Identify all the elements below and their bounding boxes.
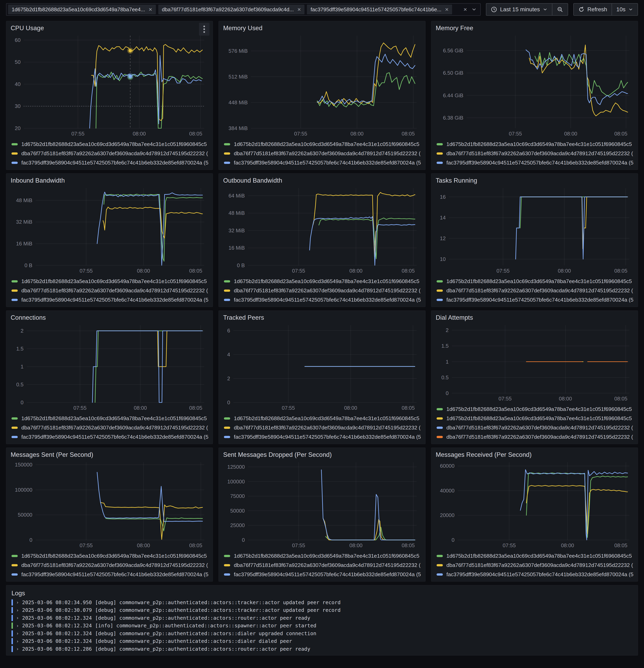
log-row[interactable]: ›2025-03-06 08:02:12.324[info] commonwar…	[12, 622, 632, 630]
panel-title[interactable]: Tracked Peers	[223, 314, 264, 321]
panel-title[interactable]: Messages Received (Per Second)	[436, 451, 531, 458]
legend-item[interactable]: 1d675b2d1fb82688d23a5ea10c69cd3d6549a78b…	[12, 414, 208, 423]
legend-item[interactable]: fac3795dff39e58904c94511e57425057bfe6c74…	[224, 295, 421, 304]
variable-multiselect[interactable]: 1d675b2d1fb82688d23a5ea10c69cd3d6549a78b…	[6, 3, 481, 16]
log-row[interactable]: ›2025-03-06 08:02:30.079[debug] commonwa…	[12, 606, 632, 614]
legend-item[interactable]: 1d675b2d1fb82688d23a5ea10c69cd3d6549a78b…	[12, 551, 208, 561]
chart-area[interactable]: 1012141607:5508:0008:05	[436, 185, 633, 275]
legend-item[interactable]: dba76f77d5181ef83f67a92262a6307def3609ac…	[12, 286, 208, 295]
legend-item[interactable]: 1d675b2d1fb82688d23a5ea10c69cd3d6549a78b…	[437, 414, 633, 423]
logs-panel-title[interactable]: Logs	[12, 588, 632, 598]
panel-title[interactable]: Connections	[11, 314, 46, 321]
chart-area[interactable]: 00.511.5207:5508:0008:05	[436, 322, 633, 403]
legend-item[interactable]: dba76f77d5181ef83f67a92262a6307def3609ac…	[437, 286, 633, 295]
legend-item[interactable]: dba76f77d5181ef83f67a92262a6307def3609ac…	[437, 561, 633, 570]
log-expand-icon[interactable]: ›	[16, 600, 19, 605]
legend-color-pill	[224, 436, 230, 438]
time-range-button[interactable]: Last 15 minutes	[486, 4, 552, 15]
legend-item[interactable]: dba76f77d5181ef83f67a92262a6307def3609ac…	[437, 149, 633, 158]
chart-area[interactable]: 0 B16 MiB32 MiB48 MiB07:5508:0008:05	[11, 185, 208, 275]
legend-item[interactable]: dba76f77d5181ef83f67a92262a6307def3609ac…	[437, 432, 633, 441]
remove-filter-icon[interactable]: ×	[297, 6, 301, 13]
remove-filter-icon[interactable]: ×	[445, 6, 449, 13]
chart-area[interactable]: 024607:5508:0008:05	[223, 322, 421, 412]
x-axis-tick: 08:05	[402, 405, 415, 411]
legend-item[interactable]: fac3795dff39e58904c94511e57425057bfe6c74…	[437, 570, 633, 579]
refresh-interval-dropdown[interactable]: 10s	[612, 4, 638, 15]
legend-item[interactable]: fac3795dff39e58904c94511e57425057bfe6c74…	[12, 158, 208, 167]
remove-filter-icon[interactable]: ×	[149, 6, 152, 13]
legend-item[interactable]: 1d675b2d1fb82688d23a5ea10c69cd3d6549a78b…	[224, 277, 421, 286]
legend-item[interactable]: 1d675b2d1fb82688d23a5ea10c69cd3d6549a78b…	[437, 405, 633, 414]
refresh-button[interactable]: Refresh	[574, 4, 612, 15]
log-row[interactable]: ›2025-03-06 08:02:12.324[debug] commonwa…	[12, 614, 632, 622]
filter-chip[interactable]: 1d675b2d1fb82688d23a5ea10c69cd3d6549a78b…	[8, 5, 156, 14]
legend-item[interactable]: dba76f77d5181ef83f67a92262a6307def3609ac…	[224, 286, 421, 295]
legend-item[interactable]: fac3795dff39e58904c94511e57425057bfe6c74…	[224, 432, 421, 441]
panel-title[interactable]: Memory Used	[223, 25, 263, 32]
panel-title[interactable]: CPU Usage	[11, 25, 44, 32]
legend-item[interactable]: fac3795dff39e58904c94511e57425057bfe6c74…	[12, 570, 208, 579]
panel-title[interactable]: Tasks Running	[436, 177, 477, 184]
legend-item[interactable]: dba76f77d5181ef83f67a92262a6307def3609ac…	[12, 423, 208, 432]
legend-color-pill	[12, 289, 18, 292]
chart-area[interactable]: 020000400006000007:5508:0008:05	[436, 459, 633, 550]
chart-area[interactable]: 05000010000015000007:5508:0008:05	[11, 459, 208, 550]
log-row[interactable]: ›2025-03-06 08:02:12.286[debug] commonwa…	[12, 645, 632, 653]
legend-item[interactable]: dba76f77d5181ef83f67a92262a6307def3609ac…	[12, 149, 208, 158]
legend-item[interactable]: dba76f77d5181ef83f67a92262a6307def3609ac…	[224, 149, 421, 158]
legend-item[interactable]: fac3795dff39e58904c94511e57425057bfe6c74…	[12, 295, 208, 304]
legend-item[interactable]: fac3795dff39e58904c94511e57425057bfe6c74…	[12, 432, 208, 441]
chevron-down-icon[interactable]	[471, 7, 477, 12]
legend-label: fac3795dff39e58904c94511e57425057bfe6c74…	[21, 297, 208, 303]
y-axis-tick: 1	[20, 364, 24, 370]
legend-item[interactable]: 1d675b2d1fb82688d23a5ea10c69cd3d6549a78b…	[437, 139, 633, 149]
log-row[interactable]: ›2025-03-06 08:02:12.324[debug] commonwa…	[12, 629, 632, 637]
legend-item[interactable]: fac3795dff39e58904c94511e57425057bfe6c74…	[437, 158, 633, 167]
log-expand-icon[interactable]: ›	[16, 615, 19, 621]
legend-color-pill	[12, 280, 18, 283]
chart-area[interactable]: 00.511.5207:5508:0008:05	[11, 322, 208, 412]
legend-item[interactable]: dba76f77d5181ef83f67a92262a6307def3609ac…	[224, 423, 421, 432]
legend-item[interactable]: 1d675b2d1fb82688d23a5ea10c69cd3d6549a78b…	[437, 277, 633, 286]
panel-title[interactable]: Memory Free	[436, 25, 474, 32]
log-expand-icon[interactable]: ›	[16, 639, 19, 644]
log-expand-icon[interactable]: ›	[16, 631, 19, 636]
legend-label: 1d675b2d1fb82688d23a5ea10c69cd3d6549a78b…	[234, 278, 421, 285]
clear-all-icon[interactable]: ×	[464, 6, 467, 13]
legend-item[interactable]: 1d675b2d1fb82688d23a5ea10c69cd3d6549a78b…	[224, 414, 421, 423]
legend-item[interactable]: dba76f77d5181ef83f67a92262a6307def3609ac…	[224, 561, 421, 570]
log-row[interactable]: ›2025-03-06 08:02:34.950[debug] commonwa…	[12, 598, 632, 606]
legend-item[interactable]: 1d675b2d1fb82688d23a5ea10c69cd3d6549a78b…	[224, 139, 421, 149]
log-expand-icon[interactable]: ›	[16, 646, 19, 652]
panel-title[interactable]: Outbound Bandwidth	[223, 177, 282, 184]
log-row[interactable]: ›2025-03-06 08:02:12.324[debug] commonwa…	[12, 637, 632, 645]
panel-title[interactable]: Inbound Bandwidth	[11, 177, 65, 184]
chart-area[interactable]: 025000500007500010000012500007:5508:0008…	[223, 459, 421, 550]
panel-title[interactable]: Dial Attempts	[436, 314, 473, 321]
chart-area[interactable]: 203040506007:5508:0008:05	[11, 33, 208, 138]
chart-area[interactable]: 384 MiB448 MiB512 MiB576 MiB07:5508:0008…	[223, 33, 421, 138]
legend-item[interactable]: dba76f77d5181ef83f67a92262a6307def3609ac…	[437, 423, 633, 432]
panel-title[interactable]: Sent Messages Dropped (Per Second)	[223, 451, 332, 458]
chart-area[interactable]: 0 B16 MiB32 MiB48 MiB64 MiB07:5508:0008:…	[223, 185, 421, 275]
legend: 1d675b2d1fb82688d23a5ea10c69cd3d6549a78b…	[436, 138, 633, 167]
legend-item[interactable]: fac3795dff39e58904c94511e57425057bfe6c74…	[224, 158, 421, 167]
legend: 1d675b2d1fb82688d23a5ea10c69cd3d6549a78b…	[11, 275, 208, 304]
legend-item[interactable]: fac3795dff39e58904c94511e57425057bfe6c74…	[437, 295, 633, 304]
legend-item[interactable]: 1d675b2d1fb82688d23a5ea10c69cd3d6549a78b…	[437, 551, 633, 561]
x-axis-tick: 08:05	[189, 131, 202, 137]
filter-chip[interactable]: fac3795dff39e58904c94511e57425057bfe6c74…	[307, 5, 452, 14]
panel-title[interactable]: Messages Sent (Per Second)	[11, 451, 93, 458]
legend-item[interactable]: fac3795dff39e58904c94511e57425057bfe6c74…	[224, 570, 421, 579]
legend-item[interactable]: 1d675b2d1fb82688d23a5ea10c69cd3d6549a78b…	[224, 551, 421, 561]
log-expand-icon[interactable]: ›	[16, 623, 19, 628]
legend-item[interactable]: dba76f77d5181ef83f67a92262a6307def3609ac…	[12, 561, 208, 570]
zoom-out-button[interactable]	[552, 4, 568, 15]
filter-chip[interactable]: dba76f77d5181ef83f67a92262a6307def3609ac…	[158, 5, 305, 14]
legend-item[interactable]: 1d675b2d1fb82688d23a5ea10c69cd3d6549a78b…	[12, 277, 208, 286]
chart-area[interactable]: 6.38 GiB6.44 GiB6.50 GiB6.56 GiB07:5508:…	[436, 33, 633, 138]
log-expand-icon[interactable]: ›	[16, 608, 19, 613]
legend-item[interactable]: 1d675b2d1fb82688d23a5ea10c69cd3d6549a78b…	[12, 139, 208, 149]
series-line-blue	[97, 472, 203, 522]
